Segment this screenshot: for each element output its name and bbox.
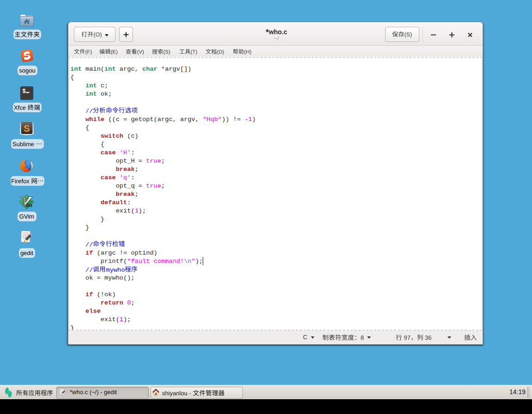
svg-text:im: im [26,201,33,208]
svg-text:S: S [24,123,30,134]
svg-text:$: $ [23,88,26,95]
